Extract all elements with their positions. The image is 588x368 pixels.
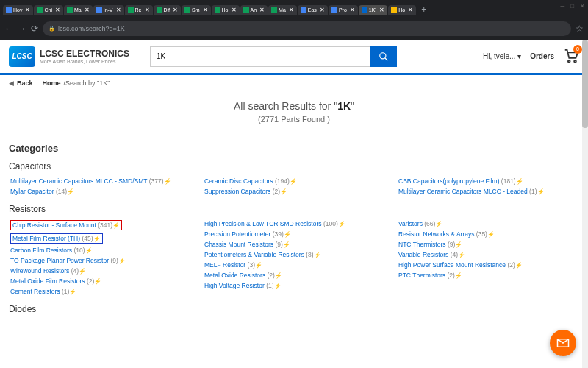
close-icon[interactable]: ✕ [116,7,121,13]
category-label: Cement Resistors [10,288,60,295]
close-icon[interactable]: ✕ [320,7,325,13]
category-link[interactable]: MELF Resistor (3)⚡ [203,260,385,270]
browser-tab[interactable]: Sm✕ [182,5,211,15]
maximize-icon[interactable]: □ [570,3,574,10]
logo[interactable]: LCSC LCSC ELECTRONICS More Asian Brands,… [9,46,129,67]
close-icon[interactable]: ✕ [55,7,60,13]
browser-tab[interactable]: Hov✕ [3,5,33,15]
category-link[interactable]: Metal Oxide Resistors (2)⚡ [203,270,385,280]
browser-tab[interactable]: Ma✕ [268,5,297,15]
category-label: Metal Oxide Resistors [204,272,265,279]
category-link[interactable]: Wirewound Resistors (4)⚡ [9,266,191,276]
close-icon[interactable]: ✕ [232,7,237,13]
category-count: (377) [149,177,164,185]
url-text: lcsc.com/search?q=1K [58,25,125,32]
back-link[interactable]: Back [17,79,33,87]
category-link[interactable]: Cement Resistors (1)⚡ [9,286,191,297]
close-icon[interactable]: ✕ [203,7,208,13]
category-link[interactable]: Chassis Mount Resistors (9)⚡ [203,239,385,250]
browser-tab[interactable]: Eas✕ [298,5,328,15]
close-icon[interactable]: ✕ [580,3,585,10]
category-count: (4) [451,251,458,258]
home-link[interactable]: Home [43,79,61,87]
close-icon[interactable]: ✕ [289,7,294,13]
scrollbar[interactable] [582,40,588,368]
browser-tab[interactable]: Ho✕ [388,5,416,15]
category-link[interactable]: PTC Thermistors (2)⚡ [397,270,579,280]
browser-tab[interactable]: An✕ [240,5,268,15]
bolt-icon: ⚡ [455,241,462,248]
tab-strip: Hov✕Chi✕Ma✕In-V✕Re✕Dif✕Sm✕Ho✕An✕Ma✕Eas✕P… [0,0,588,18]
close-icon[interactable]: ✕ [408,7,413,13]
new-tab-button[interactable]: + [417,4,431,15]
user-greeting[interactable]: Hi, tvele... ▾ [483,52,521,60]
close-icon[interactable]: ✕ [259,7,265,13]
category-link[interactable]: Chip Resistor - Surface Mount (341)⚡ [9,219,191,232]
category-link[interactable]: Metal Film Resistor (TH) (45)⚡ [9,232,191,245]
category-link[interactable]: High Voltage Resistor (1)⚡ [203,280,385,291]
reload-button[interactable]: ⟳ [31,24,38,34]
category-link[interactable]: CBB Capacitors(polypropylene Film) (181)… [397,176,579,186]
category-link[interactable]: High Precision & Low TCR SMD Resistors (… [203,219,385,229]
category-link[interactable]: Ceramic Disc Capacitors (194)⚡ [203,176,385,186]
bolt-icon: ⚡ [274,283,282,289]
category-link[interactable]: Potentiometers & Variable Resistors (8)⚡ [203,250,385,260]
category-label: Potentiometers & Variable Resistors [204,251,304,258]
minimize-icon[interactable]: ─ [560,3,564,10]
chat-fab[interactable] [550,330,576,356]
category-label: High Voltage Resistor [204,282,265,289]
category-label: Ceramic Disc Capacitors [204,177,273,185]
tab-title: Ma [279,7,286,13]
close-icon[interactable]: ✕ [85,7,90,13]
close-icon[interactable]: ✕ [173,7,178,13]
bolt-icon: ⚡ [112,222,120,229]
tab-title: Re [135,7,142,13]
tab-title: 1K] [369,7,377,13]
search-input[interactable] [150,46,370,67]
orders-link[interactable]: Orders [530,52,554,60]
category-link[interactable]: Mylar Capacitor (14)⚡ [9,186,191,197]
browser-tab[interactable]: 1K]✕ [359,5,388,15]
category-link[interactable]: NTC Thermistors (9)⚡ [397,239,579,250]
browser-tab[interactable]: Ho✕ [212,5,240,15]
search-button[interactable] [370,46,397,67]
forward-button[interactable]: → [18,24,26,34]
category-label: Mylar Capacitor [10,188,54,195]
category-link[interactable]: Suppression Capacitors (2)⚡ [203,186,385,197]
browser-tab[interactable]: In-V✕ [93,5,124,15]
browser-tab[interactable]: Re✕ [125,5,153,15]
back-button[interactable]: ← [4,24,13,34]
star-icon[interactable]: ☆ [576,24,584,34]
category-link[interactable]: Precision Potentiometer (39)⚡ [203,229,385,239]
browser-tab[interactable]: Pro✕ [329,5,358,15]
bolt-icon: ⚡ [284,231,291,238]
category-link[interactable]: TO Package Planar Power Resistor (9)⚡ [9,255,191,266]
category-link[interactable]: High Power Surface Mount Resistance (2)⚡ [397,260,579,270]
close-icon[interactable]: ✕ [25,7,30,13]
tab-title: An [251,7,257,13]
nav-bar: ← → ⟳ 🔒 lcsc.com/search?q=1K ☆ [0,18,588,40]
bolt-icon: ⚡ [516,178,523,185]
category-label: NTC Thermistors [398,241,446,248]
url-bar[interactable]: 🔒 lcsc.com/search?q=1K [43,21,571,36]
browser-tab[interactable]: Dif✕ [154,5,182,15]
browser-tab[interactable]: Chi✕ [34,5,63,15]
category-link[interactable]: Varistors (66)⚡ [397,219,579,229]
category-link[interactable]: Variable Resistors (4)⚡ [397,250,579,260]
close-icon[interactable]: ✕ [350,7,355,13]
category-link[interactable]: Resistor Networks & Arrays (35)⚡ [397,229,579,239]
bolt-icon: ⚡ [458,252,465,258]
category-link[interactable]: Multilayer Ceramic Capacitors MLCC - Lea… [397,186,579,197]
category-link[interactable]: Multilayer Ceramic Capacitors MLCC - SMD… [9,176,191,186]
scrollbar-thumb[interactable] [582,40,588,128]
browser-tab[interactable]: Ma✕ [64,5,93,15]
category-link[interactable]: Carbon Film Resistors (10)⚡ [9,245,191,255]
breadcrumb: ◀ Back Home /Search by "1K" [0,75,588,91]
close-icon[interactable]: ✕ [379,7,384,13]
category-count: (4) [71,267,79,275]
category-count: (1) [62,288,69,295]
close-icon[interactable]: ✕ [145,7,150,13]
favicon [215,7,220,13]
category-link[interactable]: Metal Oxide Film Resistors (2)⚡ [9,276,191,286]
cart-button[interactable]: 0 [563,48,579,66]
